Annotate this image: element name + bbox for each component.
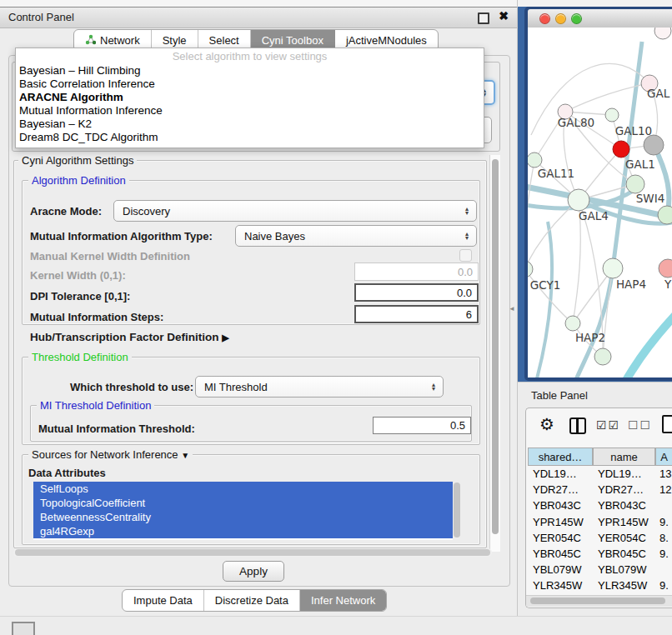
table-row[interactable]: YDL19…YDL19…13 bbox=[526, 467, 672, 482]
select-all-icon[interactable]: ☑☑ bbox=[596, 418, 620, 432]
threshold-definition-title: Threshold Definition bbox=[28, 351, 132, 363]
zoom-window-icon[interactable] bbox=[571, 13, 582, 24]
mi-steps-label: Mutual Information Steps: bbox=[30, 311, 163, 323]
dpi-tolerance-field[interactable]: 0.0 bbox=[354, 283, 479, 302]
expanded-arrow-icon: ▼ bbox=[181, 451, 189, 460]
dropdown-item[interactable]: Bayesian – K2 bbox=[16, 118, 484, 131]
table-cell: YLR345W bbox=[598, 579, 647, 592]
attribute-item[interactable]: BetweennessCentrality bbox=[33, 510, 462, 524]
attribute-item[interactable]: SelfLoops bbox=[33, 482, 462, 496]
which-threshold-combo[interactable]: MI Threshold ▴▾ bbox=[195, 376, 444, 398]
table-cell: YBR043C bbox=[598, 499, 646, 512]
table-panel: ⚙ ☑☑ ☐☐ shared…nameA YDL19…YDL19…13YDR27… bbox=[525, 408, 672, 608]
network-node[interactable] bbox=[528, 152, 542, 168]
table-panel-titlebar: Table Panel bbox=[518, 382, 672, 408]
table-cell: 9. bbox=[659, 548, 669, 560]
dropdown-item[interactable]: Basic Correlation Inference bbox=[16, 78, 484, 91]
settings-horizontal-scrollbar[interactable] bbox=[13, 548, 492, 557]
table-row[interactable]: YBR045CYBR045C9. bbox=[526, 547, 672, 562]
tab-discretize-data[interactable]: Discretize Data bbox=[204, 590, 300, 611]
dropdown-item[interactable]: Mutual Information Inference bbox=[16, 104, 484, 118]
hub-definition-toggle[interactable]: Hub/Transcription Factor Definition ▶ bbox=[30, 331, 229, 343]
table-row[interactable]: YLR345WYLR345W9. bbox=[526, 578, 672, 594]
node-label: HAP2 bbox=[575, 331, 605, 344]
table-cell: YDR27… bbox=[533, 483, 579, 496]
node-label: GAL10 bbox=[615, 124, 652, 138]
column-header-2[interactable]: name bbox=[593, 448, 655, 466]
table-row[interactable]: YER054CYER054C8. bbox=[526, 531, 672, 547]
column-header-3[interactable]: A bbox=[655, 448, 672, 466]
tab-label: Select bbox=[209, 34, 239, 47]
settings-vertical-scrollbar[interactable] bbox=[489, 155, 500, 552]
dropdown-item[interactable]: Dream8 DC_TDC Algorithm bbox=[16, 131, 484, 144]
network-window[interactable]: GALGAL80GAL10GAL1GAL11SWI4GAL4GCY1HAP4YH… bbox=[524, 7, 672, 381]
collapse-panel-icon[interactable]: ◄ bbox=[509, 305, 515, 312]
network-node[interactable] bbox=[568, 189, 589, 211]
network-edge[interactable] bbox=[625, 315, 672, 378]
table-cell: YBR045C bbox=[533, 548, 581, 560]
dropdown-item[interactable]: ARACNE Algorithm bbox=[16, 91, 484, 104]
node-label: GAL80 bbox=[558, 116, 594, 129]
table-cell: YPR145W bbox=[533, 516, 584, 528]
network-node[interactable] bbox=[603, 258, 623, 278]
tab-impute-data[interactable]: Impute Data bbox=[123, 590, 204, 611]
float-panel-icon[interactable] bbox=[478, 12, 489, 24]
manual-kernel-checkbox[interactable] bbox=[459, 249, 472, 262]
stepper-icon: ▴▾ bbox=[428, 382, 443, 391]
data-attributes-list[interactable]: SelfLoopsTopologicalCoefficientBetweenne… bbox=[33, 482, 462, 540]
scrollbar-thumb[interactable] bbox=[15, 549, 490, 556]
column-view-icon[interactable] bbox=[569, 418, 586, 434]
aracne-mode-label: Aracne Mode: bbox=[30, 205, 102, 218]
attributes-scrollbar[interactable] bbox=[453, 482, 462, 540]
scrollbar-thumb[interactable] bbox=[492, 159, 499, 534]
apply-button[interactable]: Apply bbox=[223, 561, 284, 582]
mi-steps-field[interactable]: 6 bbox=[354, 305, 479, 323]
network-node[interactable] bbox=[605, 108, 619, 122]
network-node[interactable] bbox=[658, 206, 672, 224]
table-row[interactable]: YBL079WYBL079W bbox=[526, 562, 672, 578]
scrollbar-thumb[interactable] bbox=[530, 598, 665, 604]
close-panel-icon[interactable]: ✖ bbox=[499, 9, 509, 22]
network-canvas[interactable]: GALGAL80GAL10GAL1GAL11SWI4GAL4GCY1HAP4YH… bbox=[528, 28, 672, 378]
table-horizontal-scrollbar[interactable] bbox=[526, 595, 672, 607]
mi-type-combo[interactable]: Naive Bayes ▴▾ bbox=[235, 225, 477, 247]
tab-infer-network[interactable]: Infer Network bbox=[300, 590, 386, 611]
column-header-1[interactable]: shared… bbox=[528, 448, 593, 466]
network-node[interactable] bbox=[626, 175, 644, 193]
network-graph: GALGAL80GAL10GAL1GAL11SWI4GAL4GCY1HAP4YH… bbox=[528, 28, 672, 378]
collapsed-arrow-icon: ▶ bbox=[222, 332, 228, 342]
control-panel-title: Control Panel bbox=[8, 11, 74, 23]
gear-icon[interactable]: ⚙ bbox=[539, 414, 554, 434]
function-builder-icon[interactable] bbox=[662, 415, 672, 433]
attribute-item[interactable]: TopologicalCoefficient bbox=[33, 496, 462, 510]
minimized-panel-icon[interactable] bbox=[12, 622, 35, 635]
network-node[interactable] bbox=[528, 261, 533, 278]
attribute-item[interactable]: gal4RGexp bbox=[33, 524, 462, 538]
table-panel-title: Table Panel bbox=[531, 389, 588, 402]
network-node[interactable] bbox=[644, 135, 664, 155]
network-node[interactable] bbox=[565, 316, 580, 331]
stepper-icon: ▴▾ bbox=[461, 232, 476, 240]
mi-type-label: Mutual Information Algorithm Type: bbox=[30, 230, 213, 242]
scrollbar-thumb[interactable] bbox=[454, 482, 460, 538]
network-node[interactable] bbox=[654, 28, 671, 39]
aracne-mode-combo[interactable]: Discovery ▴▾ bbox=[113, 200, 477, 222]
dropdown-item[interactable]: Bayesian – Hill Climbing bbox=[16, 64, 484, 78]
kernel-width-field[interactable]: 0.0 bbox=[354, 262, 479, 281]
network-window-titlebar[interactable] bbox=[528, 9, 672, 28]
sources-toggle[interactable]: Sources for Network Inference ▼ bbox=[28, 448, 193, 461]
table-row[interactable]: YDR27…YDR27…12 bbox=[526, 482, 672, 498]
network-node[interactable] bbox=[659, 259, 672, 278]
mi-threshold-field[interactable]: 0.5 bbox=[373, 417, 471, 434]
algorithm-dropdown-list: Select algorithm to view settings Bayesi… bbox=[15, 48, 484, 148]
network-node[interactable] bbox=[613, 141, 629, 158]
table-cell: YDL19… bbox=[598, 468, 642, 480]
table-row[interactable]: YPR145WYPR145W9. bbox=[526, 515, 672, 531]
table-toolbar: ⚙ ☑☑ ☐☐ bbox=[526, 408, 672, 445]
close-window-icon[interactable] bbox=[539, 13, 550, 24]
table-row[interactable]: YBR043CYBR043C bbox=[526, 498, 672, 514]
cyni-settings-title: Cyni Algorithm Settings bbox=[18, 154, 137, 167]
network-node[interactable] bbox=[594, 348, 611, 365]
minimize-window-icon[interactable] bbox=[555, 13, 566, 24]
deselect-all-icon[interactable]: ☐☐ bbox=[628, 418, 652, 432]
